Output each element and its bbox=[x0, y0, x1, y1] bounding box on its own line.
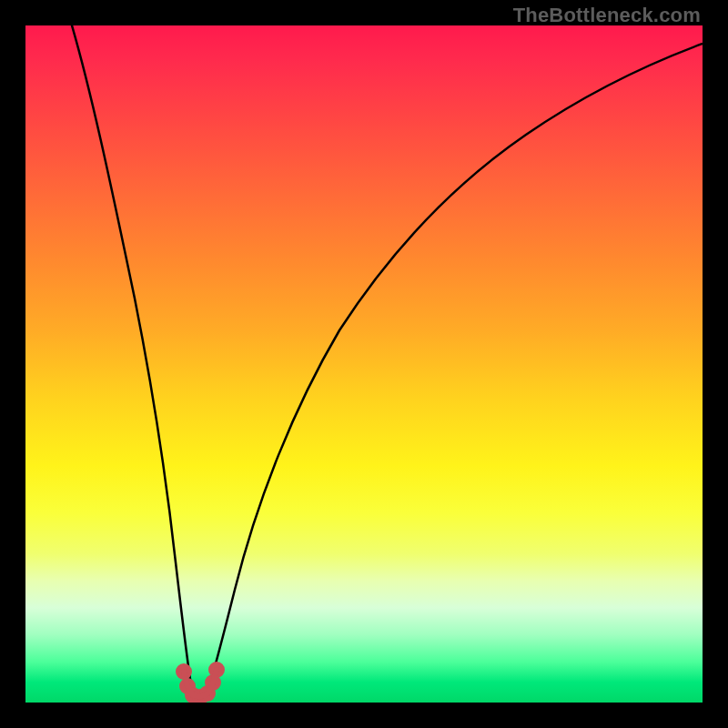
minimum-marker bbox=[178, 664, 222, 703]
bottleneck-curve bbox=[66, 25, 703, 699]
curve-svg bbox=[25, 25, 703, 703]
plot-area bbox=[25, 25, 703, 703]
chart-container: TheBottleneck.com bbox=[0, 0, 728, 728]
watermark-text: TheBottleneck.com bbox=[513, 4, 701, 27]
